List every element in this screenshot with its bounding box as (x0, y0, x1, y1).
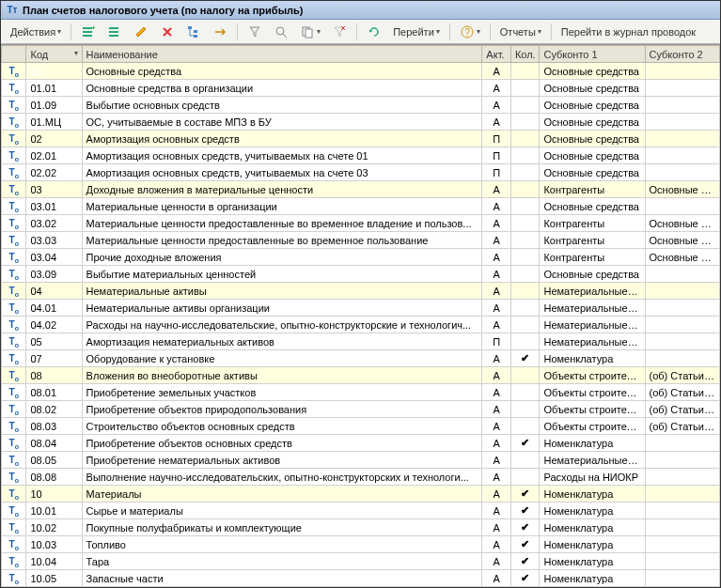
cell-kol[interactable] (510, 131, 540, 147)
cell-code[interactable]: 01.09 (26, 97, 82, 114)
cell-sub1[interactable]: Основные средства (540, 147, 645, 164)
table-row[interactable]: Tо10МатериалыА✔Номенклатура (2, 486, 720, 503)
cell-name[interactable]: Амортизация основных средств, учитываемы… (82, 164, 482, 181)
reports-menu[interactable]: Отчеты ▾ (495, 23, 546, 41)
cell-kol[interactable] (510, 97, 540, 114)
mark-delete-button[interactable] (155, 23, 180, 41)
table-row[interactable]: Tо05Амортизация нематериальных активовПН… (2, 333, 720, 350)
cell-sub1[interactable]: Контрагенты (540, 215, 645, 232)
cell-kol[interactable]: ✔ (510, 503, 540, 519)
cell-act[interactable]: П (482, 333, 511, 350)
table-row[interactable]: Tо03.03Материальные ценности предоставле… (2, 232, 720, 249)
cell-code[interactable]: 08.05 (26, 452, 82, 469)
cell-kol[interactable] (510, 384, 540, 401)
cell-act[interactable]: А (482, 114, 511, 131)
cell-name[interactable]: Выбытие основных средств (82, 97, 482, 114)
cell-act[interactable]: А (482, 198, 511, 215)
cell-sub2[interactable]: (об) Статьи за... (645, 384, 720, 401)
table-row[interactable]: Tо03.02Материальные ценности предоставле… (2, 215, 720, 232)
table-row[interactable]: Tо08.05Приобретение нематериальных актив… (2, 452, 720, 469)
cell-act[interactable]: А (482, 519, 511, 536)
cell-sub2[interactable]: Основные ср... (645, 232, 720, 249)
cell-code[interactable]: 10.04 (26, 553, 82, 570)
cell-sub1[interactable]: Объекты строитель... (540, 384, 645, 401)
cell-sub2[interactable] (645, 519, 720, 536)
cell-kol[interactable] (510, 367, 540, 384)
cell-act[interactable]: А (482, 553, 511, 570)
col-header-icon[interactable] (2, 46, 26, 63)
cell-kol[interactable] (510, 181, 540, 198)
cell-sub1[interactable]: Номенклатура (540, 536, 645, 553)
cell-name[interactable]: ОС, учитываемые в составе МПЗ в БУ (82, 114, 482, 131)
cell-act[interactable]: П (482, 131, 511, 147)
cell-act[interactable]: А (482, 435, 511, 452)
cell-act[interactable]: А (482, 283, 511, 300)
cell-kol[interactable]: ✔ (510, 486, 540, 503)
cell-code[interactable]: 01.МЦ (26, 114, 82, 131)
cell-kol[interactable] (510, 333, 540, 350)
cell-sub1[interactable]: Нематериальные ак... (540, 283, 645, 300)
cell-sub1[interactable]: Объекты строитель... (540, 367, 645, 384)
cell-kol[interactable] (510, 164, 540, 181)
cell-code[interactable]: 03.09 (26, 266, 82, 283)
table-row[interactable]: Tо01.МЦОС, учитываемые в составе МПЗ в Б… (2, 114, 720, 131)
cell-code[interactable]: 08.02 (26, 401, 82, 418)
cell-sub2[interactable] (645, 435, 720, 452)
cell-act[interactable]: А (482, 469, 511, 486)
col-header-sub2[interactable]: Субконто 2 (645, 46, 720, 63)
cell-name[interactable]: Запасные части (82, 570, 482, 587)
table-row[interactable]: Tо08.01Приобретение земельных участковАО… (2, 384, 720, 401)
cell-sub2[interactable]: (об) Статьи за... (645, 367, 720, 384)
col-header-kol[interactable]: Кол. (510, 46, 540, 63)
cell-kol[interactable] (510, 80, 540, 97)
cell-sub2[interactable] (645, 283, 720, 300)
cell-sub2[interactable] (645, 536, 720, 553)
cell-act[interactable]: А (482, 232, 511, 249)
cell-sub2[interactable]: Основные ср... (645, 181, 720, 198)
cell-code[interactable]: 10.03 (26, 536, 82, 553)
cell-name[interactable]: Оборудование к установке (82, 350, 482, 367)
cell-kol[interactable] (510, 317, 540, 333)
hierarchy-button[interactable] (181, 23, 206, 41)
help-button[interactable]: ?▾ (455, 23, 485, 41)
cell-name[interactable]: Покупные полуфабрикаты и комплектующие (82, 519, 482, 536)
table-row[interactable]: Tо01.09Выбытие основных средствАОсновные… (2, 97, 720, 114)
cell-act[interactable]: А (482, 300, 511, 317)
cell-code[interactable]: 08.03 (26, 418, 82, 435)
cell-kol[interactable] (510, 215, 540, 232)
cell-sub2[interactable] (645, 63, 720, 80)
cell-code[interactable]: 04 (26, 283, 82, 300)
cell-sub2[interactable] (645, 131, 720, 147)
cell-sub2[interactable] (645, 266, 720, 283)
cell-code[interactable]: 08.01 (26, 384, 82, 401)
cell-code[interactable]: 10.01 (26, 503, 82, 519)
cell-kol[interactable]: ✔ (510, 519, 540, 536)
cell-sub1[interactable]: Основные средства (540, 198, 645, 215)
cell-kol[interactable] (510, 232, 540, 249)
cell-act[interactable]: А (482, 249, 511, 266)
cell-name[interactable]: Материальные ценности предоставленные во… (82, 232, 482, 249)
cell-name[interactable]: Приобретение объектов основных средств (82, 435, 482, 452)
cell-act[interactable]: А (482, 97, 511, 114)
cell-name[interactable]: Материалы (82, 486, 482, 503)
cell-sub1[interactable]: Номенклатура (540, 503, 645, 519)
cell-code[interactable]: 03.01 (26, 198, 82, 215)
cell-act[interactable]: А (482, 418, 511, 435)
cell-kol[interactable] (510, 114, 540, 131)
table-row[interactable]: Tо08.08Выполнение научно-исследовательск… (2, 469, 720, 486)
cell-kol[interactable]: ✔ (510, 570, 540, 587)
cell-name[interactable]: Топливо (82, 536, 482, 553)
cell-sub2[interactable] (645, 317, 720, 333)
refresh-button[interactable] (362, 23, 386, 41)
cell-kol[interactable] (510, 283, 540, 300)
cell-code[interactable]: 04.02 (26, 317, 82, 333)
cell-sub2[interactable] (645, 114, 720, 131)
cell-sub1[interactable]: Контрагенты (540, 232, 645, 249)
cell-name[interactable]: Тара (82, 553, 482, 570)
cell-code[interactable]: 04.01 (26, 300, 82, 317)
cell-sub1[interactable]: Нематериальные ак... (540, 300, 645, 317)
cell-name[interactable]: Прочие материалы (82, 587, 482, 588)
cell-sub1[interactable]: Контрагенты (540, 181, 645, 198)
cell-code[interactable]: 03.03 (26, 232, 82, 249)
cell-code[interactable]: 08.04 (26, 435, 82, 452)
